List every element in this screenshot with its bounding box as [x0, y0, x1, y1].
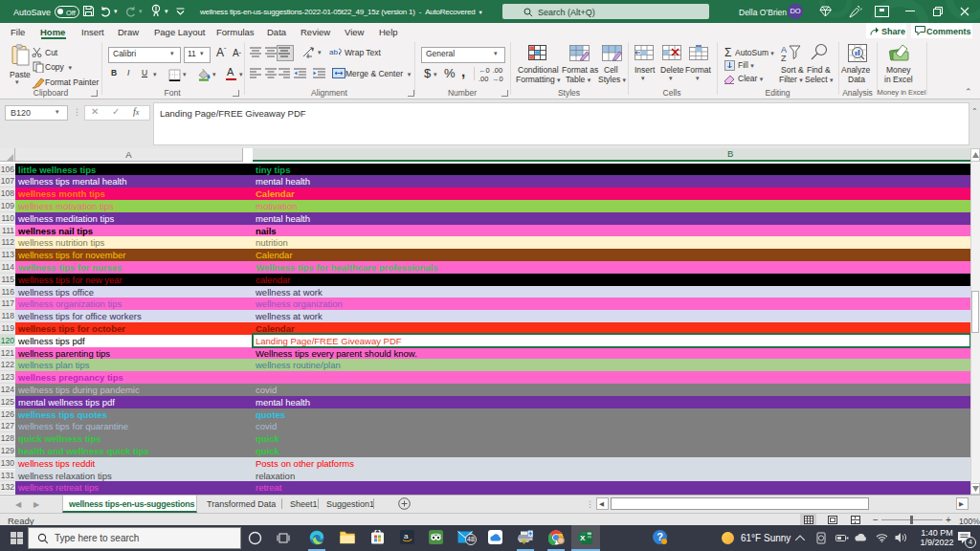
svg-text:X: X [580, 534, 586, 542]
svg-text:Z: Z [781, 54, 787, 62]
svg-text:a: a [404, 532, 409, 540]
svg-text:A: A [781, 45, 787, 55]
svg-text:ab: ab [329, 48, 338, 56]
